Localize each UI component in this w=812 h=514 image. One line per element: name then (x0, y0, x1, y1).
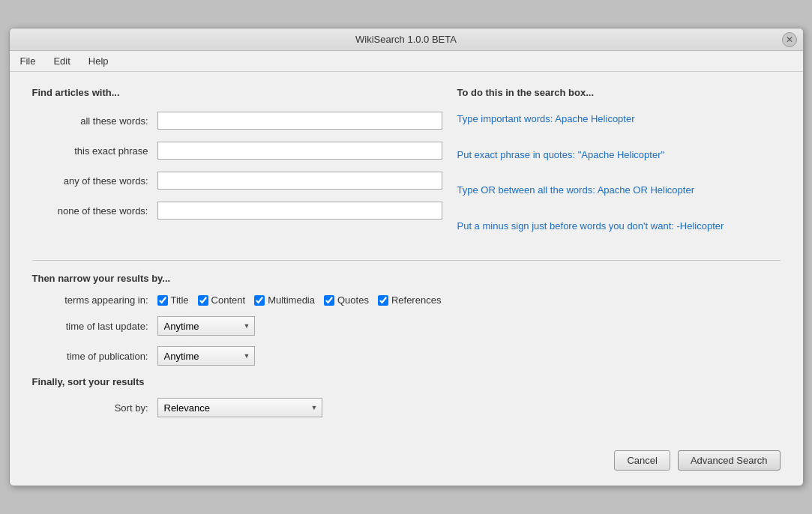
all-words-row: all these words: (32, 112, 442, 130)
hint-all-words: Type important words: Apache Helicopter (457, 112, 781, 127)
hint-any-words: Type OR between all the words: Apache OR… (457, 183, 781, 198)
menu-help[interactable]: Help (85, 54, 112, 68)
hint-none-words: Put a minus sign just before words you d… (457, 219, 781, 234)
sort-section: Finally, sort your results Sort by: Rele… (32, 376, 781, 417)
checkbox-group: Title Content Multimedia Quotes (157, 294, 442, 306)
last-update-row: time of last update: Anytime Past day Pa… (32, 316, 781, 336)
last-update-label: time of last update: (32, 321, 148, 332)
checkbox-references-label: References (391, 294, 441, 306)
checkbox-quotes[interactable] (324, 295, 334, 306)
none-words-input[interactable] (157, 202, 442, 220)
left-header: Find articles with... (32, 87, 442, 98)
none-words-row: none of these words: (32, 202, 442, 220)
sort-select-wrapper: Relevance Date (newest first) Date (olde… (157, 398, 322, 417)
checkbox-title-label: Title (171, 294, 189, 306)
exact-phrase-label: this exact phrase (32, 145, 148, 157)
right-header: To do this in the search box... (457, 87, 781, 98)
hint-exact-phrase: Put exact phrase in quotes: "Apache Heli… (457, 148, 781, 163)
none-words-label: none of these words: (32, 205, 148, 217)
publication-label: time of publication: (32, 351, 148, 362)
terms-row: terms appearing in: Title Content Multim… (32, 294, 781, 306)
window-title: WikiSearch 1.0.0 BETA (355, 34, 457, 45)
last-update-select-wrapper: Anytime Past day Past week Past month Pa… (157, 316, 255, 336)
checkbox-content[interactable] (198, 295, 208, 306)
narrow-section: Then narrow your results by... terms app… (32, 273, 781, 366)
menu-file[interactable]: File (17, 54, 39, 68)
main-window: WikiSearch 1.0.0 BETA ✕ File Edit Help F… (9, 28, 804, 486)
exact-phrase-row: this exact phrase (32, 142, 442, 160)
any-words-row: any of these words: (32, 172, 442, 190)
sort-title: Finally, sort your results (32, 376, 781, 387)
title-bar: WikiSearch 1.0.0 BETA ✕ (10, 28, 803, 51)
checkbox-references-item: References (378, 294, 441, 306)
checkbox-title[interactable] (157, 295, 168, 306)
sort-dropdown[interactable]: Relevance Date (newest first) Date (olde… (157, 398, 322, 417)
publication-select-wrapper: Anytime Past day Past week Past month Pa… (157, 346, 255, 366)
checkbox-quotes-item: Quotes (324, 294, 369, 306)
footer: Cancel Advanced Search (10, 443, 803, 486)
checkbox-content-item: Content (198, 294, 246, 306)
terms-label: terms appearing in: (32, 294, 148, 306)
checkbox-multimedia-item: Multimedia (254, 294, 315, 306)
cancel-button[interactable]: Cancel (614, 450, 670, 471)
checkbox-quotes-label: Quotes (337, 294, 369, 306)
sort-row: Sort by: Relevance Date (newest first) D… (32, 398, 781, 417)
close-button[interactable]: ✕ (782, 32, 797, 47)
menu-edit[interactable]: Edit (50, 54, 73, 68)
checkbox-multimedia-label: Multimedia (268, 294, 315, 306)
any-words-input[interactable] (157, 172, 442, 190)
advanced-search-button[interactable]: Advanced Search (678, 450, 781, 471)
exact-phrase-input[interactable] (157, 142, 442, 160)
main-columns: Find articles with... all these words: t… (32, 87, 781, 245)
left-column: Find articles with... all these words: t… (32, 87, 442, 245)
last-update-dropdown[interactable]: Anytime Past day Past week Past month Pa… (157, 316, 255, 336)
menu-bar: File Edit Help (10, 51, 803, 72)
section-divider (32, 260, 781, 261)
content-area: Find articles with... all these words: t… (10, 72, 803, 443)
sort-label: Sort by: (32, 402, 148, 414)
publication-dropdown[interactable]: Anytime Past day Past week Past month Pa… (157, 346, 255, 366)
all-words-label: all these words: (32, 115, 148, 127)
publication-row: time of publication: Anytime Past day Pa… (32, 346, 781, 366)
right-column: To do this in the search box... Type imp… (442, 87, 781, 245)
all-words-input[interactable] (157, 112, 442, 130)
checkbox-references[interactable] (378, 295, 388, 306)
checkbox-multimedia[interactable] (254, 295, 265, 306)
checkbox-content-label: Content (211, 294, 246, 306)
any-words-label: any of these words: (32, 175, 148, 187)
narrow-title: Then narrow your results by... (32, 273, 781, 284)
checkbox-title-item: Title (157, 294, 189, 306)
